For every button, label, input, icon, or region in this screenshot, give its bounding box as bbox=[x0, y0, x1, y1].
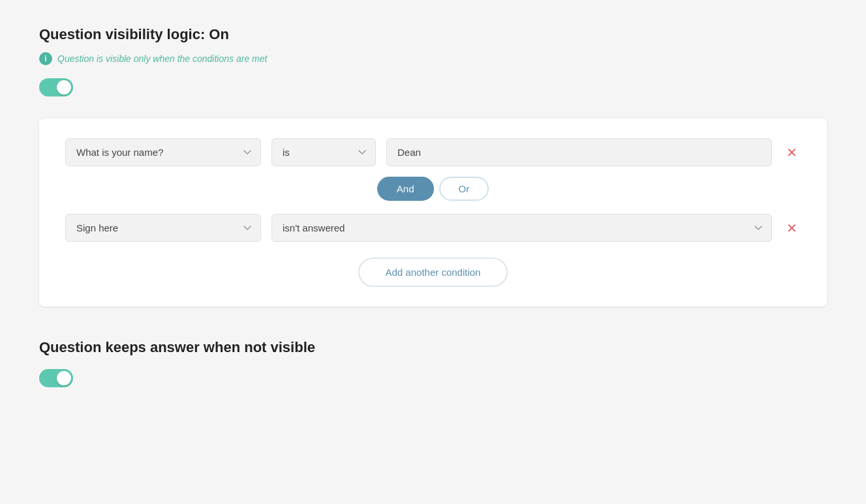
condition1-question-select[interactable]: What is your name? Sign here bbox=[65, 138, 261, 166]
toggle-track bbox=[39, 78, 73, 96]
info-row: i Question is visible only when the cond… bbox=[39, 52, 827, 65]
keeps-answer-toggle-thumb bbox=[57, 371, 71, 385]
logic-buttons-row: And Or bbox=[65, 177, 801, 201]
condition1-answer-input[interactable] bbox=[386, 138, 772, 166]
keeps-answer-toggle-wrapper bbox=[39, 369, 827, 390]
conditions-card: What is your name? Sign here is is not c… bbox=[39, 119, 827, 306]
condition2-operator-select[interactable]: is is not is answered isn't answered bbox=[271, 214, 772, 242]
visibility-toggle[interactable] bbox=[39, 78, 73, 96]
keeps-answer-title: Question keeps answer when not visible bbox=[39, 339, 827, 356]
condition2-question-select[interactable]: What is your name? Sign here bbox=[65, 214, 261, 242]
condition2-remove-button[interactable]: ✕ bbox=[782, 219, 801, 237]
condition-row-1: What is your name? Sign here is is not c… bbox=[65, 138, 801, 166]
and-button[interactable]: And bbox=[377, 177, 434, 201]
condition1-remove-button[interactable]: ✕ bbox=[782, 143, 801, 162]
keeps-answer-toggle[interactable] bbox=[39, 369, 73, 387]
condition-row-2: What is your name? Sign here is is not i… bbox=[65, 214, 801, 242]
info-text: Question is visible only when the condit… bbox=[57, 53, 267, 64]
page-title: Question visibility logic: On bbox=[39, 26, 827, 43]
toggle-thumb bbox=[57, 80, 71, 95]
condition1-operator-select[interactable]: is is not contains doesn't contain is an… bbox=[271, 138, 376, 166]
add-condition-button[interactable]: Add another condition bbox=[358, 258, 508, 287]
visibility-toggle-wrapper bbox=[39, 78, 827, 99]
info-icon: i bbox=[39, 52, 52, 65]
keeps-answer-toggle-track bbox=[39, 369, 73, 387]
or-button[interactable]: Or bbox=[439, 177, 489, 201]
